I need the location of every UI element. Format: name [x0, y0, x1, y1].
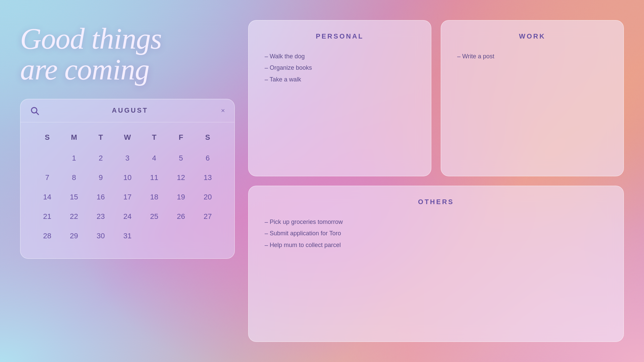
left-column: Good things are coming AUGUST × SMTWTFS … — [20, 20, 235, 342]
weekday-label: S — [194, 129, 221, 146]
calendar-day[interactable]: 10 — [114, 169, 141, 187]
list-item: – Walk the dog — [265, 51, 415, 62]
calendar-day[interactable]: 19 — [168, 188, 195, 206]
work-items-list: – Write a post — [457, 51, 607, 62]
calendar-day[interactable]: 29 — [61, 227, 88, 245]
page-layout: Good things are coming AUGUST × SMTWTFS … — [0, 0, 644, 362]
calendar-day[interactable]: 12 — [168, 169, 195, 187]
weekday-label: M — [61, 129, 88, 146]
calendar-day[interactable]: 25 — [141, 207, 168, 226]
weekday-label: F — [168, 129, 195, 146]
personal-card: PERSONAL – Walk the dog– Organize books–… — [248, 20, 431, 176]
calendar-day[interactable]: 23 — [87, 207, 114, 226]
headline: Good things are coming — [20, 20, 235, 85]
work-card-title: WORK — [457, 33, 607, 40]
calendar-weekdays: SMTWTFS — [34, 129, 221, 146]
headline-line1: Good things — [20, 22, 162, 55]
calendar-day: 0 — [194, 227, 221, 245]
calendar-day[interactable]: 1 — [61, 149, 88, 167]
weekday-label: S — [34, 129, 61, 146]
list-item: – Write a post — [457, 51, 607, 62]
calendar-day: 0 — [141, 227, 168, 245]
personal-items-list: – Walk the dog– Organize books– Take a w… — [265, 51, 415, 85]
list-item: – Take a walk — [265, 74, 415, 85]
list-item: – Organize books — [265, 62, 415, 73]
top-cards: PERSONAL – Walk the dog– Organize books–… — [248, 20, 624, 176]
calendar-day[interactable]: 9 — [87, 169, 114, 187]
calendar-day[interactable]: 7 — [34, 169, 61, 187]
others-card: OTHERS – Pick up groceries tomorrow– Sub… — [248, 186, 624, 342]
weekday-label: T — [141, 129, 168, 146]
svg-line-1 — [36, 112, 38, 114]
calendar-day[interactable]: 2 — [87, 149, 114, 167]
calendar-day[interactable]: 20 — [194, 188, 221, 206]
calendar-day[interactable]: 17 — [114, 188, 141, 206]
calendar-day[interactable]: 5 — [168, 149, 195, 167]
right-column: PERSONAL – Walk the dog– Organize books–… — [248, 20, 624, 342]
calendar-day[interactable]: 11 — [141, 169, 168, 187]
calendar-days: 0123456789101112131415161718192021222324… — [34, 149, 221, 245]
list-item: – Submit application for Toro — [265, 228, 607, 239]
calendar-day[interactable]: 28 — [34, 227, 61, 245]
calendar-day[interactable]: 16 — [87, 188, 114, 206]
others-card-title: OTHERS — [265, 198, 607, 206]
list-item: – Help mum to collect parcel — [265, 240, 607, 250]
others-items-list: – Pick up groceries tomorrow– Submit app… — [265, 217, 607, 250]
calendar-day[interactable]: 14 — [34, 188, 61, 206]
calendar-day[interactable]: 31 — [114, 227, 141, 245]
weekday-label: T — [87, 129, 114, 146]
calendar-day[interactable]: 3 — [114, 149, 141, 167]
close-icon[interactable]: × — [221, 106, 225, 115]
headline-line2: are coming — [20, 53, 149, 86]
calendar-day[interactable]: 18 — [141, 188, 168, 206]
calendar-day[interactable]: 27 — [194, 207, 221, 226]
personal-card-title: PERSONAL — [265, 33, 415, 40]
calendar-day[interactable]: 26 — [168, 207, 195, 226]
calendar-day: 0 — [34, 149, 61, 167]
calendar-widget: AUGUST × SMTWTFS 01234567891011121314151… — [20, 99, 235, 259]
calendar-day[interactable]: 8 — [61, 169, 88, 187]
calendar-header: AUGUST × — [20, 99, 234, 122]
calendar-day[interactable]: 30 — [87, 227, 114, 245]
calendar-day[interactable]: 6 — [194, 149, 221, 167]
calendar-day[interactable]: 21 — [34, 207, 61, 226]
calendar-day[interactable]: 22 — [61, 207, 88, 226]
calendar-day[interactable]: 24 — [114, 207, 141, 226]
calendar-day[interactable]: 15 — [61, 188, 88, 206]
calendar-day: 0 — [168, 227, 195, 245]
calendar-day[interactable]: 4 — [141, 149, 168, 167]
calendar-grid: SMTWTFS 01234567891011121314151617181920… — [20, 122, 234, 248]
calendar-day[interactable]: 13 — [194, 169, 221, 187]
list-item: – Pick up groceries tomorrow — [265, 217, 607, 227]
search-icon — [30, 106, 39, 115]
work-card: WORK – Write a post — [441, 20, 624, 176]
weekday-label: W — [114, 129, 141, 146]
calendar-month-label: AUGUST — [112, 107, 148, 114]
